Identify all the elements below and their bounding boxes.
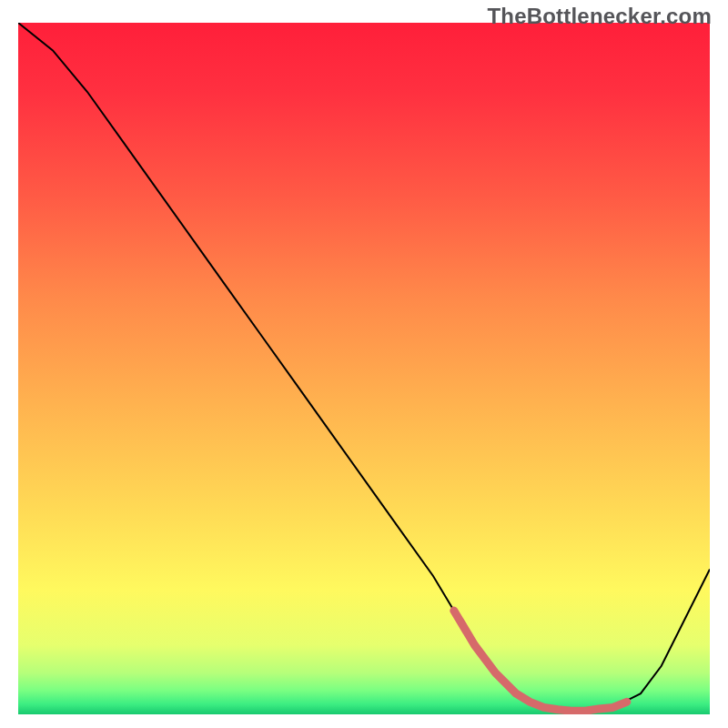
plot-svg [18, 23, 710, 714]
background-gradient [18, 23, 710, 714]
plot-area [18, 23, 710, 714]
watermark-text: TheBottlenecker.com [487, 4, 712, 29]
chart-container: TheBottlenecker.com [0, 0, 728, 728]
